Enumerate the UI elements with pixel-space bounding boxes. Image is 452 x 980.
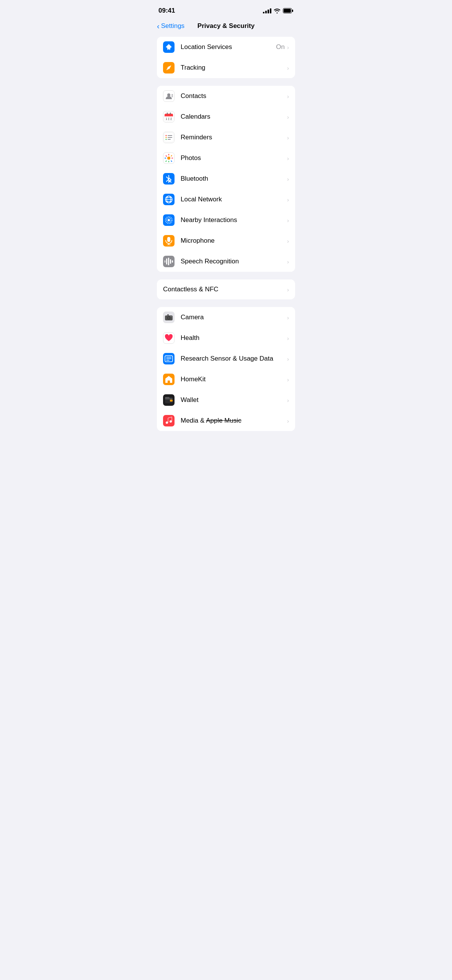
svg-point-40	[168, 219, 170, 221]
research-label: Research Sensor & Usage Data	[181, 355, 287, 363]
location-services-value: On	[276, 43, 285, 51]
location-services-icon	[163, 41, 175, 53]
back-label: Settings	[161, 22, 184, 30]
reminders-icon	[163, 132, 175, 143]
svg-rect-24	[168, 137, 172, 138]
svg-rect-47	[168, 258, 169, 265]
svg-rect-46	[166, 258, 167, 265]
homekit-label: HomeKit	[181, 376, 287, 383]
svg-rect-31	[165, 155, 167, 157]
speech-recognition-icon	[163, 256, 175, 267]
svg-rect-43	[167, 237, 170, 242]
health-label: Health	[181, 334, 287, 342]
svg-point-22	[166, 139, 167, 140]
microphone-icon	[163, 235, 175, 247]
camera-chevron: ›	[287, 314, 289, 321]
homekit-chevron: ›	[287, 376, 289, 383]
battery-icon	[283, 8, 294, 13]
row-photos[interactable]: Photos ›	[157, 148, 295, 168]
svg-rect-50	[165, 260, 165, 263]
svg-rect-7	[171, 96, 173, 97]
svg-rect-28	[168, 161, 169, 162]
local-network-chevron: ›	[287, 196, 289, 203]
local-network-icon	[163, 194, 175, 205]
reminders-chevron: ›	[287, 134, 289, 141]
row-wallet[interactable]: Wallet ›	[157, 390, 295, 410]
nearby-interactions-icon	[163, 214, 175, 226]
row-contacts[interactable]: Contacts ›	[157, 86, 295, 106]
svg-rect-63	[165, 397, 170, 399]
svg-point-55	[171, 316, 171, 317]
svg-rect-11	[167, 113, 168, 114]
wallet-chevron: ›	[287, 397, 289, 403]
svg-text:5: 5	[168, 118, 170, 121]
svg-rect-32	[171, 155, 172, 157]
tracking-chevron: ›	[287, 65, 289, 71]
calendars-icon: 123 456	[163, 111, 175, 122]
svg-rect-1	[292, 10, 293, 12]
location-services-label: Location Services	[181, 43, 276, 51]
row-calendars[interactable]: 123 456 Calendars ›	[157, 106, 295, 127]
tracking-label: Tracking	[181, 64, 287, 72]
row-research[interactable]: Research Sensor & Usage Data ›	[157, 348, 295, 369]
svg-text:6: 6	[171, 118, 172, 121]
row-health[interactable]: Health ›	[157, 328, 295, 348]
row-nfc[interactable]: Contactless & NFC ›	[157, 279, 295, 299]
content: Location Services On › Tracking ›	[151, 34, 301, 450]
local-network-label: Local Network	[181, 196, 287, 203]
photos-icon	[163, 152, 175, 164]
homekit-icon	[163, 374, 175, 385]
research-icon	[163, 353, 175, 364]
row-speech-recognition[interactable]: Speech Recognition ›	[157, 251, 295, 272]
row-microphone[interactable]: Microphone ›	[157, 230, 295, 251]
section-permissions: Contacts › 123 456 Calendars ›	[157, 86, 295, 272]
svg-rect-62	[170, 400, 173, 402]
row-media-music[interactable]: Media & Apple Music ›	[157, 410, 295, 431]
back-button[interactable]: ‹ Settings	[157, 22, 184, 30]
status-bar: 09:41	[151, 0, 301, 19]
back-chevron-icon: ‹	[157, 22, 160, 30]
media-music-chevron: ›	[287, 418, 289, 424]
section-top: Location Services On › Tracking ›	[157, 37, 295, 78]
svg-rect-10	[165, 115, 173, 116]
wallet-icon	[163, 394, 175, 406]
media-music-label: Media & Apple Music	[181, 417, 287, 425]
row-camera[interactable]: Camera ›	[157, 307, 295, 328]
row-homekit[interactable]: HomeKit ›	[157, 369, 295, 390]
bluetooth-icon	[163, 173, 175, 185]
contacts-chevron: ›	[287, 93, 289, 100]
svg-rect-54	[167, 314, 169, 315]
nav-bar: ‹ Settings Privacy & Security	[151, 19, 301, 34]
svg-rect-23	[168, 135, 172, 136]
svg-point-20	[166, 135, 167, 136]
svg-rect-33	[165, 160, 167, 162]
speech-recognition-label: Speech Recognition	[181, 258, 287, 265]
row-reminders[interactable]: Reminders ›	[157, 127, 295, 148]
row-nearby-interactions[interactable]: Nearby Interactions ›	[157, 210, 295, 230]
row-tracking[interactable]: Tracking ›	[157, 57, 295, 78]
contacts-icon	[163, 90, 175, 102]
row-local-network[interactable]: Local Network ›	[157, 189, 295, 210]
health-icon	[163, 332, 175, 344]
microphone-label: Microphone	[181, 237, 287, 245]
row-bluetooth[interactable]: Bluetooth ›	[157, 168, 295, 189]
wallet-label: Wallet	[181, 396, 287, 404]
nearby-interactions-chevron: ›	[287, 217, 289, 224]
camera-icon	[163, 312, 175, 323]
signal-icon	[263, 8, 271, 13]
svg-rect-48	[170, 259, 171, 264]
camera-label: Camera	[181, 314, 287, 321]
row-location-services[interactable]: Location Services On ›	[157, 37, 295, 57]
calendars-chevron: ›	[287, 114, 289, 120]
svg-point-21	[166, 137, 167, 138]
tracking-icon	[163, 62, 175, 74]
svg-rect-29	[165, 158, 166, 158]
location-services-chevron: ›	[287, 44, 289, 51]
svg-rect-27	[168, 154, 169, 155]
contacts-label: Contacts	[181, 92, 287, 100]
svg-rect-34	[171, 160, 172, 162]
health-chevron: ›	[287, 335, 289, 341]
speech-recognition-chevron: ›	[287, 258, 289, 265]
nfc-label: Contactless & NFC	[163, 286, 287, 293]
section-bottom: Camera › Health › Researc	[157, 307, 295, 431]
